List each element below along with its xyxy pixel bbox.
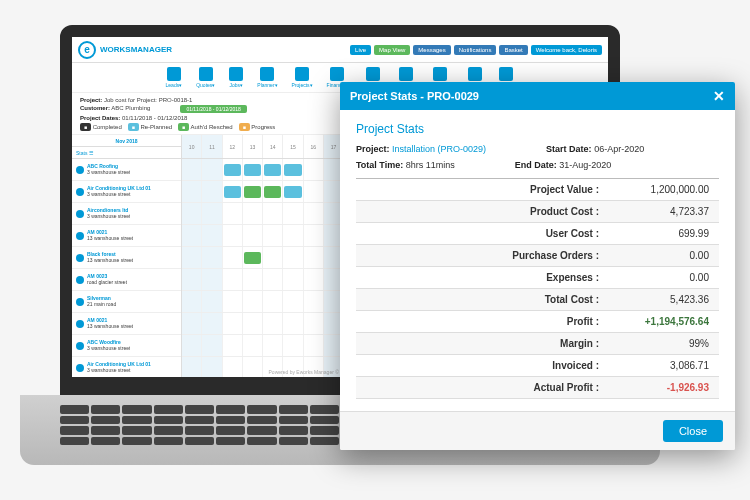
header-button-messages[interactable]: Messages	[413, 45, 450, 55]
gantt-cell[interactable]	[223, 203, 243, 224]
nav-jobs[interactable]: Jobs▾	[229, 67, 243, 88]
gantt-cell[interactable]	[182, 203, 202, 224]
task-row[interactable]: Black forest13 wanshouse street	[72, 247, 181, 269]
gantt-block[interactable]	[244, 252, 261, 264]
gantt-cell[interactable]	[283, 247, 303, 268]
header-button-live[interactable]: Live	[350, 45, 371, 55]
header-button-welcome-back-deloris[interactable]: Welcome back, Deloris	[531, 45, 602, 55]
gantt-cell[interactable]	[304, 203, 324, 224]
gantt-cell[interactable]	[243, 335, 263, 356]
gantt-cell[interactable]	[263, 181, 283, 202]
gantt-cell[interactable]	[202, 159, 222, 180]
gantt-cell[interactable]	[304, 181, 324, 202]
gantt-cell[interactable]	[182, 247, 202, 268]
close-button[interactable]: Close	[663, 420, 723, 442]
gantt-block[interactable]	[264, 164, 281, 176]
gantt-cell[interactable]	[263, 291, 283, 312]
gantt-cell[interactable]	[283, 335, 303, 356]
gantt-cell[interactable]	[243, 203, 263, 224]
gantt-cell[interactable]	[283, 269, 303, 290]
gantt-cell[interactable]	[283, 291, 303, 312]
task-row[interactable]: ABC Roofing3 wanshouse street	[72, 159, 181, 181]
gantt-cell[interactable]	[202, 225, 222, 246]
gantt-cell[interactable]	[243, 159, 263, 180]
nav-planner[interactable]: Planner▾	[257, 67, 277, 88]
gantt-cell[interactable]	[223, 313, 243, 334]
close-icon[interactable]: ✕	[713, 88, 725, 104]
gantt-block[interactable]	[224, 186, 241, 198]
gantt-cell[interactable]	[223, 335, 243, 356]
gantt-cell[interactable]	[223, 291, 243, 312]
task-row[interactable]: AM 0023road glacier street	[72, 269, 181, 291]
date-range-pill[interactable]: 01/11/2018 - 01/12/2018	[180, 105, 247, 113]
gantt-cell[interactable]	[283, 225, 303, 246]
gantt-cell[interactable]	[202, 203, 222, 224]
task-row[interactable]: Aircondioners ltd3 wanshouse street	[72, 203, 181, 225]
gantt-cell[interactable]	[182, 225, 202, 246]
gantt-cell[interactable]	[243, 313, 263, 334]
gantt-cell[interactable]	[182, 159, 202, 180]
gantt-cell[interactable]	[283, 159, 303, 180]
gantt-cell[interactable]	[202, 181, 222, 202]
task-row[interactable]: Air Conditioning UK Ltd 013 wanshouse st…	[72, 357, 181, 379]
gantt-block[interactable]	[284, 186, 301, 198]
gantt-block[interactable]	[244, 186, 261, 198]
gantt-cell[interactable]	[243, 225, 263, 246]
gantt-cell[interactable]	[223, 269, 243, 290]
gantt-cell[interactable]	[263, 225, 283, 246]
gantt-cell[interactable]	[304, 335, 324, 356]
gantt-cell[interactable]	[304, 159, 324, 180]
modal-project-name[interactable]: Installation	[392, 144, 435, 154]
gantt-block[interactable]	[264, 186, 281, 198]
gantt-cell[interactable]	[202, 291, 222, 312]
gantt-cell[interactable]	[304, 269, 324, 290]
gantt-cell[interactable]	[223, 379, 243, 383]
gantt-cell[interactable]	[263, 313, 283, 334]
task-row[interactable]: Air Conditioning UK Ltd 013 wanshouse st…	[72, 181, 181, 203]
header-button-basket[interactable]: Basket	[499, 45, 527, 55]
gantt-cell[interactable]	[202, 335, 222, 356]
nav-quotes[interactable]: Quotes▾	[196, 67, 215, 88]
gantt-cell[interactable]	[223, 181, 243, 202]
gantt-cell[interactable]	[223, 225, 243, 246]
task-row[interactable]: Silverman21 main road	[72, 291, 181, 313]
nav-projects[interactable]: Projects▾	[292, 67, 313, 88]
gantt-cell[interactable]	[202, 313, 222, 334]
gantt-cell[interactable]	[182, 335, 202, 356]
gantt-cell[interactable]	[202, 247, 222, 268]
gantt-cell[interactable]	[263, 379, 283, 383]
gantt-cell[interactable]	[263, 247, 283, 268]
gantt-cell[interactable]	[182, 379, 202, 383]
gantt-cell[interactable]	[182, 291, 202, 312]
gantt-cell[interactable]	[202, 269, 222, 290]
gantt-cell[interactable]	[304, 225, 324, 246]
gantt-cell[interactable]	[243, 247, 263, 268]
gantt-cell[interactable]	[243, 379, 263, 383]
task-row[interactable]: AM 002113 wanshouse street	[72, 225, 181, 247]
gantt-cell[interactable]	[304, 313, 324, 334]
gantt-block[interactable]	[224, 164, 241, 176]
gantt-block[interactable]	[284, 164, 301, 176]
gantt-cell[interactable]	[304, 247, 324, 268]
header-button-notifications[interactable]: Notifications	[454, 45, 497, 55]
gantt-cell[interactable]	[304, 379, 324, 383]
gantt-cell[interactable]	[223, 159, 243, 180]
gantt-cell[interactable]	[263, 203, 283, 224]
task-row[interactable]: Schedulable3 wanshouse street	[72, 379, 181, 383]
gantt-cell[interactable]	[263, 269, 283, 290]
gantt-cell[interactable]	[243, 291, 263, 312]
gantt-cell[interactable]	[304, 291, 324, 312]
gantt-cell[interactable]	[182, 313, 202, 334]
gantt-cell[interactable]	[243, 181, 263, 202]
gantt-cell[interactable]	[283, 379, 303, 383]
gantt-cell[interactable]	[263, 335, 283, 356]
task-row[interactable]: AM 002113 wanshouse street	[72, 313, 181, 335]
gantt-cell[interactable]	[283, 181, 303, 202]
nav-leads[interactable]: Leads▾	[166, 67, 183, 88]
task-row[interactable]: ABC Woodfire3 wanshouse street	[72, 335, 181, 357]
gantt-block[interactable]	[244, 164, 261, 176]
gantt-cell[interactable]	[202, 379, 222, 383]
header-button-map-view[interactable]: Map View	[374, 45, 410, 55]
gantt-cell[interactable]	[223, 247, 243, 268]
gantt-cell[interactable]	[263, 159, 283, 180]
